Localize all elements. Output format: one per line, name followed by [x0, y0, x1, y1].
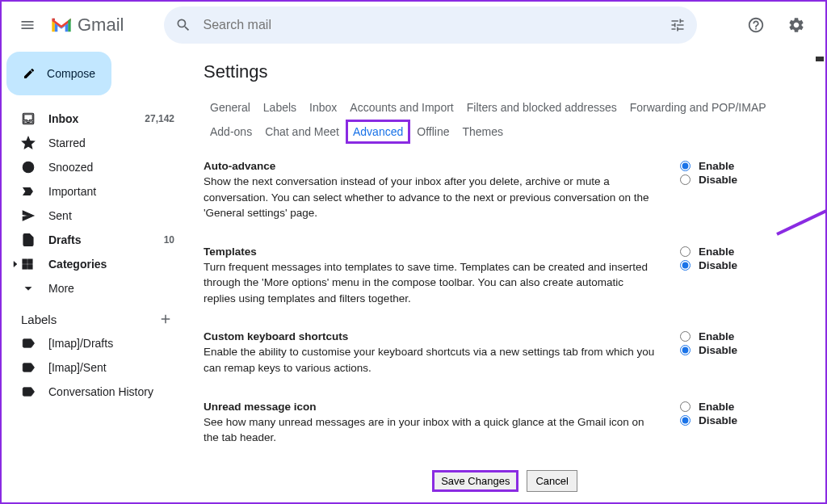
label-icon [21, 384, 36, 399]
sidebar-item-starred[interactable]: Starred [6, 131, 184, 155]
svg-rect-1 [23, 259, 27, 263]
tab-advanced[interactable]: Advanced [346, 120, 410, 144]
tab-accounts[interactable]: Accounts and Import [343, 95, 460, 120]
label-icon [21, 336, 36, 351]
sidebar-item-drafts[interactable]: Drafts 10 [6, 228, 184, 252]
setting-templates: Templates Turn frequent messages into te… [204, 239, 806, 325]
gmail-icon [50, 16, 73, 34]
help-icon [747, 16, 765, 34]
input-tools-indicator[interactable] [816, 57, 824, 61]
settings-button[interactable] [782, 10, 811, 40]
setting-unread-icon: Unread message icon See how many unread … [204, 394, 806, 464]
tab-forwarding[interactable]: Forwarding and POP/IMAP [623, 95, 773, 120]
chevron-down-icon [21, 281, 36, 296]
auto-advance-disable[interactable]: Disable [680, 174, 777, 186]
label-imap-drafts[interactable]: [Imap]/Drafts [6, 331, 184, 355]
gmail-logo-text: Gmail [78, 15, 124, 36]
sent-icon [21, 208, 36, 223]
svg-rect-2 [28, 259, 32, 263]
support-button[interactable] [741, 10, 770, 40]
tab-themes[interactable]: Themes [456, 120, 510, 144]
sidebar-item-categories[interactable]: Categories [6, 252, 184, 276]
label-icon [21, 360, 36, 375]
save-changes-button[interactable]: Save Changes [432, 470, 518, 492]
tab-filters[interactable]: Filters and blocked addresses [460, 95, 623, 120]
file-icon [21, 233, 36, 247]
sidebar-item-sent[interactable]: Sent [6, 204, 184, 228]
settings-tabs: General Labels Inbox Accounts and Import… [184, 92, 825, 144]
sidebar-item-snoozed[interactable]: Snoozed [6, 155, 184, 179]
caret-right-icon [10, 257, 20, 271]
page-title: Settings [184, 58, 825, 92]
labels-header: Labels [6, 300, 184, 331]
star-icon [21, 136, 36, 150]
label-imap-sent[interactable]: [Imap]/Sent [6, 355, 184, 380]
add-label-icon[interactable] [158, 312, 173, 326]
sidebar: Compose Inbox 27,142 Starred Snoozed Imp… [2, 48, 184, 502]
setting-keyboard-shortcuts: Custom keyboard shortcuts Enable the abi… [204, 324, 806, 393]
categories-icon [20, 257, 35, 271]
sidebar-item-important[interactable]: Important [6, 179, 184, 204]
sidebar-item-more[interactable]: More [6, 276, 184, 300]
tab-labels[interactable]: Labels [257, 95, 303, 120]
unread-icon-enable[interactable]: Enable [680, 401, 777, 413]
hamburger-icon [19, 17, 36, 33]
svg-rect-3 [23, 265, 27, 269]
important-icon [21, 184, 36, 199]
tab-inbox[interactable]: Inbox [303, 95, 343, 120]
label-conversation-history[interactable]: Conversation History [6, 380, 184, 404]
tab-general[interactable]: General [204, 95, 257, 120]
cancel-button[interactable]: Cancel [527, 470, 577, 492]
shortcuts-enable[interactable]: Enable [680, 330, 777, 342]
compose-label: Compose [47, 67, 95, 80]
templates-disable[interactable]: Disable [680, 259, 777, 271]
sidebar-item-inbox[interactable]: Inbox 27,142 [6, 107, 184, 131]
tab-addons[interactable]: Add-ons [204, 120, 258, 144]
tab-chat[interactable]: Chat and Meet [258, 120, 346, 144]
search-bar[interactable] [164, 6, 697, 44]
clock-icon [21, 160, 36, 174]
shortcuts-disable[interactable]: Disable [680, 344, 777, 356]
main-content: Settings General Labels Inbox Accounts a… [184, 48, 825, 502]
main-menu-button[interactable] [11, 9, 44, 41]
inbox-icon [21, 111, 36, 126]
templates-enable[interactable]: Enable [680, 246, 777, 258]
gear-icon [787, 16, 805, 34]
search-icon [175, 17, 191, 33]
search-options-icon[interactable] [670, 17, 686, 33]
unread-icon-disable[interactable]: Disable [680, 414, 777, 426]
svg-rect-4 [28, 265, 32, 269]
setting-auto-advance: Auto-advance Show the next conversation … [204, 153, 806, 239]
search-input[interactable] [203, 18, 670, 32]
tab-offline[interactable]: Offline [410, 120, 455, 144]
gmail-logo[interactable]: Gmail [50, 15, 124, 36]
auto-advance-enable[interactable]: Enable [680, 160, 777, 172]
compose-button[interactable]: Compose [6, 52, 111, 95]
pencil-icon [23, 65, 36, 82]
